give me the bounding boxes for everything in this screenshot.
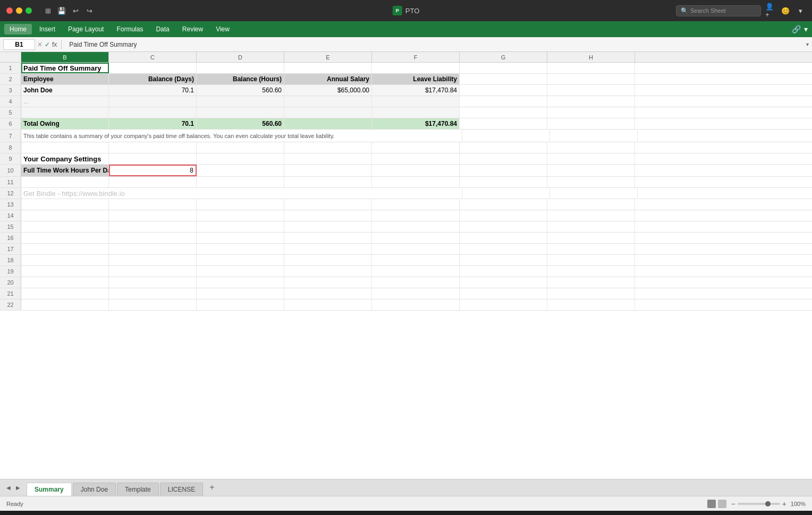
cell-h11[interactable] xyxy=(547,177,635,187)
cell-g6[interactable] xyxy=(460,118,547,129)
col-header-d[interactable]: D xyxy=(197,52,284,62)
cell-d13[interactable] xyxy=(197,199,284,210)
cell-b3[interactable]: John Doe xyxy=(21,85,109,96)
cell-h12[interactable] xyxy=(550,188,638,199)
account-icon[interactable]: 😊 xyxy=(780,5,791,16)
cell-g2[interactable] xyxy=(460,74,547,84)
cell-b6[interactable]: Total Owing xyxy=(21,118,109,129)
cell-e8[interactable] xyxy=(284,142,372,153)
cell-b13[interactable] xyxy=(21,199,109,210)
cell-g12[interactable] xyxy=(462,188,550,199)
add-sheet-button[interactable]: + xyxy=(204,479,219,496)
cell-c3[interactable]: 70.1 xyxy=(109,85,197,96)
cell-g9[interactable] xyxy=(460,153,547,164)
tab-john-doe[interactable]: John Doe xyxy=(73,483,116,496)
cell-f9[interactable] xyxy=(372,153,460,164)
cell-c2[interactable]: Balance (Days) xyxy=(109,74,197,84)
cell-e6[interactable] xyxy=(284,118,372,129)
cell-f5[interactable] xyxy=(372,107,460,118)
col-header-g[interactable]: G xyxy=(460,52,547,62)
search-box[interactable]: 🔍 Search Sheet xyxy=(676,5,761,16)
tab-summary[interactable]: Summary xyxy=(27,483,72,496)
tab-next-arrow[interactable]: ▶ xyxy=(14,484,22,492)
zoom-slider[interactable] xyxy=(738,503,780,505)
cell-h10[interactable] xyxy=(547,165,635,176)
cell-b5[interactable] xyxy=(21,107,109,118)
menu-view[interactable]: View xyxy=(210,24,235,35)
cell-c4[interactable] xyxy=(109,96,197,107)
cell-e3[interactable]: $65,000.00 xyxy=(284,85,372,96)
cell-d9[interactable] xyxy=(197,153,284,164)
cell-h6[interactable] xyxy=(547,118,635,129)
cell-e11[interactable] xyxy=(284,177,372,187)
cell-b10[interactable]: Full Time Work Hours Per Day xyxy=(21,165,109,176)
cell-h4[interactable] xyxy=(547,96,635,107)
cell-d4[interactable] xyxy=(197,96,284,107)
cell-g1[interactable] xyxy=(460,63,547,73)
zoom-plus-icon[interactable]: + xyxy=(782,500,786,508)
cell-h7[interactable] xyxy=(550,130,638,142)
cell-d10[interactable] xyxy=(197,165,284,176)
cell-g5[interactable] xyxy=(460,107,547,118)
cell-f6[interactable]: $17,470.84 xyxy=(372,118,460,129)
cell-b2[interactable]: Employee xyxy=(21,74,109,84)
cell-h9[interactable] xyxy=(547,153,635,164)
cell-g4[interactable] xyxy=(460,96,547,107)
cell-g7[interactable] xyxy=(462,130,550,142)
sidebar-icon[interactable]: ⊞ xyxy=(43,5,53,16)
menu-home[interactable]: Home xyxy=(4,24,32,35)
undo-icon[interactable]: ↩ xyxy=(70,5,81,16)
menu-data[interactable]: Data xyxy=(150,24,174,35)
cell-h8[interactable] xyxy=(547,142,635,153)
cell-b1[interactable]: Paid Time Off Summary xyxy=(21,63,109,73)
cell-d6[interactable]: 560.60 xyxy=(197,118,284,129)
cell-h13[interactable] xyxy=(547,199,635,210)
cell-g3[interactable] xyxy=(460,85,547,96)
tab-template[interactable]: Template xyxy=(117,483,159,496)
cell-h3[interactable] xyxy=(547,85,635,96)
cell-f8[interactable] xyxy=(372,142,460,153)
chevron-down-menu-icon[interactable]: ▾ xyxy=(804,25,808,33)
cell-g8[interactable] xyxy=(460,142,547,153)
chevron-down-icon[interactable]: ▾ xyxy=(795,5,806,16)
col-header-b[interactable]: B xyxy=(21,52,109,62)
cell-d3[interactable]: 560.60 xyxy=(197,85,284,96)
formula-cancel-icon[interactable]: ✕ xyxy=(37,41,43,48)
close-button[interactable] xyxy=(6,7,13,14)
cell-g11[interactable] xyxy=(460,177,547,187)
cell-reference[interactable]: B1 xyxy=(3,39,35,50)
save-icon[interactable]: 💾 xyxy=(56,5,67,16)
redo-icon[interactable]: ↪ xyxy=(84,5,95,16)
menu-page-layout[interactable]: Page Layout xyxy=(63,24,109,35)
cell-f13[interactable] xyxy=(372,199,460,210)
tab-prev-arrow[interactable]: ◀ xyxy=(4,484,13,492)
cell-b7[interactable]: This table contains a summary of your co… xyxy=(21,130,462,142)
cell-e2[interactable]: Annual Salary xyxy=(284,74,372,84)
menu-formulas[interactable]: Formulas xyxy=(111,24,148,35)
cell-b9[interactable]: Your Company Settings xyxy=(21,153,109,164)
cell-h5[interactable] xyxy=(547,107,635,118)
menu-insert[interactable]: Insert xyxy=(34,24,61,35)
minimize-button[interactable] xyxy=(16,7,22,14)
add-user-icon[interactable]: 👤+ xyxy=(765,5,776,16)
cell-e5[interactable] xyxy=(284,107,372,118)
cell-b11[interactable] xyxy=(21,177,109,187)
col-header-e[interactable]: E xyxy=(284,52,372,62)
cell-c9[interactable] xyxy=(109,153,197,164)
col-header-c[interactable]: C xyxy=(109,52,197,62)
cell-f4[interactable] xyxy=(372,96,460,107)
cell-d8[interactable] xyxy=(197,142,284,153)
cell-c6[interactable]: 70.1 xyxy=(109,118,197,129)
formula-input[interactable]: Paid Time Off Summary xyxy=(66,40,804,49)
cell-d5[interactable] xyxy=(197,107,284,118)
cell-c8[interactable] xyxy=(109,142,197,153)
cell-g10[interactable] xyxy=(460,165,547,176)
cell-f3[interactable]: $17,470.84 xyxy=(372,85,460,96)
formula-confirm-icon[interactable]: ✓ xyxy=(45,41,50,48)
cell-b12[interactable]: Get Bindle - https://www.bindle.io xyxy=(21,188,462,199)
col-header-f[interactable]: F xyxy=(372,52,460,62)
cell-h2[interactable] xyxy=(547,74,635,84)
menu-review[interactable]: Review xyxy=(177,24,208,35)
tab-license[interactable]: LICENSE xyxy=(160,483,203,496)
cell-g13[interactable] xyxy=(460,199,547,210)
